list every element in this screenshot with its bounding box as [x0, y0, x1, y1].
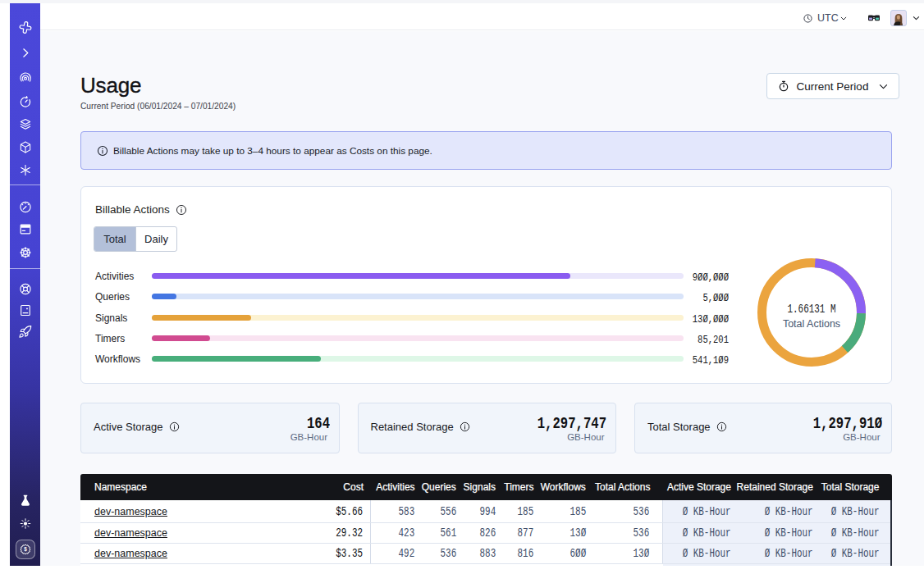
svg-text:$: $	[24, 546, 27, 553]
